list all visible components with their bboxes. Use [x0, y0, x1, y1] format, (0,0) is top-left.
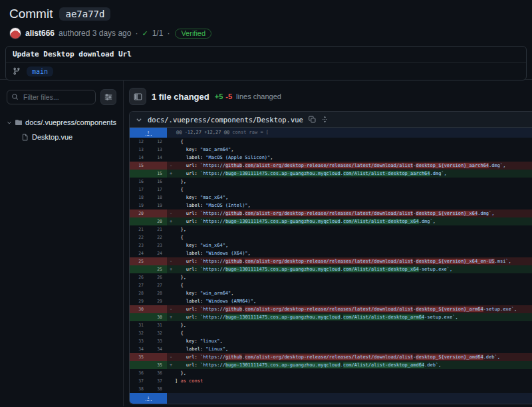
- avatar[interactable]: [9, 27, 21, 39]
- old-line-number[interactable]: [130, 361, 148, 369]
- toggle-file-tree-button[interactable]: [129, 88, 146, 105]
- old-line-number[interactable]: 26: [130, 273, 148, 281]
- branch-chip[interactable]: main: [27, 67, 53, 76]
- old-line-number[interactable]: 12: [130, 138, 148, 146]
- old-line-number[interactable]: 28: [130, 289, 148, 297]
- code-line: {: [175, 281, 532, 289]
- new-line-number[interactable]: 22: [148, 233, 167, 241]
- new-line-number[interactable]: 32: [148, 329, 167, 337]
- diff-marker: -: [167, 209, 175, 217]
- file-path[interactable]: docs/.vuepress/components/Desktop.vue: [148, 116, 303, 124]
- old-line-number[interactable]: 30: [130, 305, 148, 313]
- diff-marker: [167, 385, 175, 393]
- new-line-number[interactable]: 18: [148, 194, 167, 202]
- new-line-number[interactable]: [148, 353, 167, 361]
- code-line: label: "MacOS (Apple Silicon)",: [175, 154, 532, 162]
- old-line-number[interactable]: [130, 313, 148, 321]
- new-line-number[interactable]: 26: [148, 273, 167, 281]
- code-line: },: [175, 178, 532, 186]
- diff-row-ctx: 1717 {: [130, 186, 532, 194]
- old-line-number[interactable]: 21: [130, 225, 148, 233]
- old-line-number[interactable]: 16: [130, 178, 148, 186]
- new-line-number[interactable]: [148, 209, 167, 217]
- new-line-number[interactable]: 13: [148, 146, 167, 154]
- old-line-number[interactable]: 24: [130, 249, 148, 257]
- new-line-number[interactable]: 19: [148, 202, 167, 209]
- new-line-number[interactable]: 15: [148, 170, 167, 178]
- code-line: },: [175, 369, 532, 377]
- file-diff-header: docs/.vuepress/components/Desktop.vue: [130, 112, 532, 128]
- old-line-number[interactable]: 38: [130, 385, 148, 393]
- new-line-number[interactable]: 30: [148, 313, 167, 321]
- diff-row-del: 25- url: `https://github.com/alist-org/d…: [130, 257, 532, 265]
- diff-row-ctx: 1414 label: "MacOS (Apple Silicon)",: [130, 154, 532, 162]
- diff-marker: [167, 321, 175, 329]
- new-line-number[interactable]: 33: [148, 337, 167, 345]
- new-line-number[interactable]: 24: [148, 249, 167, 257]
- old-line-number[interactable]: 32: [130, 329, 148, 337]
- tree-options-button[interactable]: [100, 89, 116, 105]
- old-line-number[interactable]: 13: [130, 146, 148, 154]
- new-line-number[interactable]: 36: [148, 369, 167, 377]
- separator-dot: ·: [135, 29, 138, 38]
- new-line-number[interactable]: 14: [148, 154, 167, 162]
- new-line-number[interactable]: 27: [148, 281, 167, 289]
- new-line-number[interactable]: 12: [148, 138, 167, 146]
- old-line-number[interactable]: 27: [130, 281, 148, 289]
- expand-up-button[interactable]: ↑: [130, 128, 167, 138]
- new-line-number[interactable]: 29: [148, 297, 167, 305]
- checks-count[interactable]: 1/1: [152, 29, 164, 38]
- new-line-number[interactable]: [148, 305, 167, 313]
- new-line-number[interactable]: 21: [148, 225, 167, 233]
- expand-file-button[interactable]: [321, 116, 329, 123]
- filter-files-input[interactable]: [7, 90, 96, 104]
- tree-file-row[interactable]: Desktop.vue: [7, 130, 116, 144]
- diff-marker: [167, 194, 175, 202]
- new-line-number[interactable]: 35: [148, 361, 167, 369]
- verified-badge[interactable]: Verified: [175, 29, 211, 39]
- old-line-number[interactable]: 37: [130, 377, 148, 385]
- old-line-number[interactable]: 33: [130, 337, 148, 345]
- old-line-number[interactable]: 25: [130, 257, 148, 265]
- new-line-number[interactable]: 38: [148, 385, 167, 393]
- new-line-number[interactable]: 25: [148, 265, 167, 273]
- old-line-number[interactable]: 19: [130, 202, 148, 209]
- new-line-number[interactable]: 16: [148, 178, 167, 186]
- old-line-number[interactable]: 17: [130, 186, 148, 194]
- new-line-number[interactable]: 23: [148, 241, 167, 249]
- new-line-number[interactable]: 17: [148, 186, 167, 194]
- expand-down-button[interactable]: ↓: [130, 393, 167, 404]
- author-link[interactable]: alist666: [25, 29, 55, 38]
- new-line-number[interactable]: 37: [148, 377, 167, 385]
- sidebar-panel-icon: [134, 92, 142, 101]
- new-line-number[interactable]: 20: [148, 217, 167, 225]
- old-line-number[interactable]: 29: [130, 297, 148, 305]
- copy-path-button[interactable]: [309, 116, 316, 123]
- new-line-number[interactable]: [148, 257, 167, 265]
- old-line-number[interactable]: [130, 217, 148, 225]
- old-line-number[interactable]: 34: [130, 345, 148, 353]
- old-line-number[interactable]: [130, 265, 148, 273]
- check-icon: ✓: [142, 29, 148, 38]
- old-line-number[interactable]: 18: [130, 194, 148, 202]
- tree-folder-row[interactable]: docs/.vuepress/components: [7, 115, 116, 130]
- old-line-number[interactable]: 35: [130, 353, 148, 361]
- new-line-number[interactable]: 34: [148, 345, 167, 353]
- old-line-number[interactable]: 36: [130, 369, 148, 377]
- old-line-number[interactable]: 15: [130, 162, 148, 170]
- tree-folder-label: docs/.vuepress/components: [25, 118, 116, 126]
- old-line-number[interactable]: 20: [130, 209, 148, 217]
- diff-marker: [167, 377, 175, 385]
- new-line-number[interactable]: 31: [148, 321, 167, 329]
- old-line-number[interactable]: 22: [130, 233, 148, 241]
- old-line-number[interactable]: 31: [130, 321, 148, 329]
- code-line: },: [175, 273, 532, 281]
- diff-marker: [167, 178, 175, 186]
- old-line-number[interactable]: 23: [130, 241, 148, 249]
- old-line-number[interactable]: 14: [130, 154, 148, 162]
- new-line-number[interactable]: 28: [148, 289, 167, 297]
- commit-message: Update Desktop download Url: [6, 47, 526, 63]
- chevron-down-icon[interactable]: [136, 116, 142, 123]
- old-line-number[interactable]: [130, 170, 148, 178]
- new-line-number[interactable]: [148, 162, 167, 170]
